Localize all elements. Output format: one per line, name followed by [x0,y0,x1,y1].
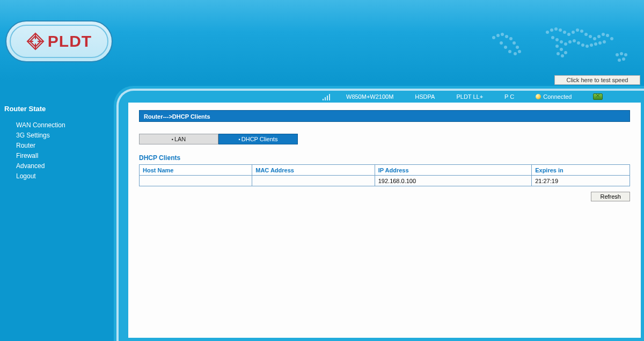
cell-hostname [140,176,252,186]
svg-point-23 [576,28,579,32]
table-row: 192.168.0.100 21:27:19 [140,176,630,186]
brand-logo-icon [26,32,45,50]
content-area: Router--->DHCP Clients •LAN •DHCP Client… [128,103,641,338]
tab-lan-label: LAN [174,136,186,142]
svg-point-30 [606,34,609,37]
sidebar-item-wan-connection[interactable]: WAN Connection [16,121,101,129]
section-title: DHCP Clients [139,154,630,162]
connection-dot-icon [536,94,541,99]
sidebar-item-firewall[interactable]: Firewall [16,152,101,159]
svg-point-15 [500,41,503,45]
svg-point-40 [586,45,589,48]
svg-point-49 [557,52,560,55]
world-map-decor [483,16,644,75]
svg-point-6 [501,33,504,36]
svg-point-29 [602,33,605,36]
status-connection: Connected [536,93,572,100]
sidebar-item-advanced[interactable]: Advanced [16,162,101,170]
svg-point-12 [514,52,517,55]
svg-point-31 [610,37,613,40]
signal-icon [323,93,333,100]
svg-point-44 [603,40,606,43]
svg-point-13 [508,50,511,53]
mail-icon[interactable] [593,93,603,100]
svg-point-4 [492,36,495,39]
svg-point-7 [505,35,508,38]
svg-point-46 [560,48,563,51]
svg-point-42 [594,42,597,46]
svg-point-33 [555,38,559,41]
svg-point-19 [559,28,562,32]
svg-point-16 [546,31,549,34]
brand-name: PLDT [48,32,92,50]
cell-ip: 192.168.0.100 [375,176,531,186]
col-expires: Expires in [532,165,630,176]
svg-point-10 [516,46,519,49]
header: PLDT Click here to test speed [0,0,644,81]
sidebar-item-3g-settings[interactable]: 3G Settings [16,132,101,139]
svg-point-25 [584,33,588,36]
svg-point-9 [513,41,516,45]
col-hostname: Host Name [140,165,252,176]
sidebar-item-router[interactable]: Router [16,142,101,149]
sidebar-item-logout[interactable]: Logout [16,172,101,180]
svg-point-28 [597,35,601,38]
svg-point-34 [560,40,563,43]
svg-point-17 [550,28,553,32]
svg-point-41 [590,43,593,47]
status-mode: HSDPA [415,93,435,100]
tab-dhcp-clients[interactable]: •DHCP Clients [218,134,298,144]
test-speed-button[interactable]: Click here to test speed [554,75,640,85]
dhcp-clients-table: Host Name MAC Address IP Address Expires… [139,164,630,186]
status-band: W850M+W2100M [346,93,393,100]
svg-point-38 [577,41,580,45]
svg-point-45 [555,45,559,48]
tab-lan[interactable]: •LAN [139,134,218,144]
svg-point-24 [580,30,583,33]
tab-dhcp-label: DHCP Clients [241,136,278,142]
svg-point-47 [564,51,567,54]
svg-point-37 [573,39,576,42]
svg-point-27 [593,37,596,40]
svg-point-5 [496,34,500,37]
svg-point-48 [561,54,564,57]
brand-logo-pill: PLDT [5,20,113,62]
svg-point-32 [551,36,554,39]
svg-point-11 [518,50,521,53]
svg-point-22 [572,31,575,34]
svg-point-53 [622,57,625,61]
breadcrumb: Router--->DHCP Clients [139,110,630,122]
status-apn: PLDT LL+ [456,93,483,100]
svg-point-36 [568,40,572,43]
svg-point-18 [554,27,558,31]
main-panel: W850M+W2100M HSDPA PLDT LL+ P C Connecte… [114,86,644,341]
svg-point-21 [567,33,570,36]
sidebar-title: Router State [4,105,101,113]
svg-point-14 [504,46,507,49]
refresh-button[interactable]: Refresh [591,192,630,201]
cell-expires: 21:27:19 [532,176,630,186]
tabs: •LAN •DHCP Clients [139,134,630,144]
svg-point-43 [598,41,602,45]
svg-point-20 [563,31,566,34]
svg-point-8 [509,37,513,40]
svg-point-54 [618,59,621,62]
svg-point-26 [589,35,592,38]
status-bar: W850M+W2100M HSDPA PLDT LL+ P C Connecte… [119,91,644,103]
svg-point-39 [581,43,584,47]
cell-mac [252,176,375,186]
svg-point-51 [620,52,623,55]
svg-point-52 [624,53,627,56]
col-ip: IP Address [375,165,531,176]
status-connection-label: Connected [543,93,572,100]
svg-point-50 [616,53,619,56]
col-mac: MAC Address [252,165,375,176]
svg-point-35 [564,42,567,46]
sidebar: Router State WAN Connection 3G Settings … [4,105,101,183]
status-pc: P C [504,93,514,100]
